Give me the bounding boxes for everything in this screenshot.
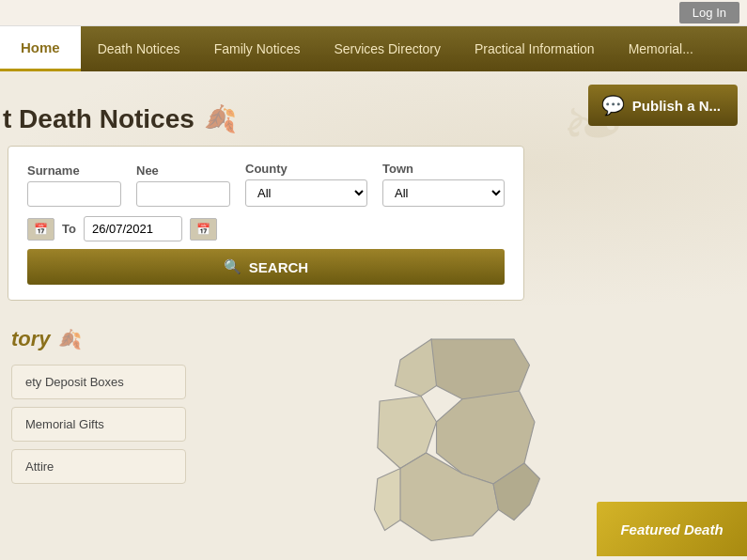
directory-left: tory 🍂 ety Deposit Boxes Memorial Gifts … <box>0 319 197 556</box>
search-form: Surname Nee County All Town <box>8 146 524 301</box>
nav-services-directory[interactable]: Services Directory <box>317 26 458 71</box>
county-label: County <box>245 162 367 176</box>
directory-item-1[interactable]: Memorial Gifts <box>11 407 186 442</box>
to-calendar-btn[interactable]: 📅 <box>190 218 217 241</box>
publish-button[interactable]: 💬 Publish a N... <box>588 85 738 126</box>
chat-icon: 💬 <box>601 94 625 117</box>
surname-label: Surname <box>27 163 121 178</box>
hero-section: ❧ 💬 Publish a N... t Death Notices 🍂 Sur… <box>0 71 747 310</box>
nav-home[interactable]: Home <box>0 26 81 71</box>
map-area: Featured Death <box>197 319 747 556</box>
nee-group: Nee <box>136 163 230 207</box>
date-to-label: To <box>62 222 76 236</box>
nav-memorial[interactable]: Memorial... <box>612 26 710 71</box>
directory-section: tory 🍂 ety Deposit Boxes Memorial Gifts … <box>0 319 747 556</box>
nav-death-notices[interactable]: Death Notices <box>81 26 197 71</box>
from-calendar-btn[interactable]: 📅 <box>27 218 54 241</box>
surname-input[interactable] <box>27 181 121 207</box>
login-button[interactable]: Log In <box>679 2 739 23</box>
town-group: Town All <box>382 162 505 207</box>
search-fields-row: Surname Nee County All Town <box>27 162 505 207</box>
nav-family-notices[interactable]: Family Notices <box>197 26 318 71</box>
town-label: Town <box>382 162 505 176</box>
date-row: 📅 To 📅 <box>27 216 505 241</box>
nav-practical-information[interactable]: Practical Information <box>458 26 612 71</box>
page-title: t Death Notices <box>3 104 195 134</box>
directory-title-area: tory 🍂 <box>11 327 186 351</box>
town-select[interactable]: All <box>382 179 505 207</box>
main-nav: Home Death Notices Family Notices Servic… <box>0 26 747 71</box>
date-to-input[interactable] <box>84 216 182 241</box>
county-group: County All <box>245 162 367 207</box>
featured-death-box[interactable]: Featured Death <box>597 502 747 556</box>
directory-leaf-icon: 🍂 <box>58 328 82 350</box>
nee-input[interactable] <box>136 181 230 207</box>
page-title-area: t Death Notices 🍂 <box>3 103 536 134</box>
featured-death-label: Featured Death <box>620 521 723 537</box>
nee-label: Nee <box>136 163 230 178</box>
directory-item-2[interactable]: Attire <box>11 449 186 484</box>
top-bar: Log In <box>0 0 747 26</box>
directory-item-0[interactable]: ety Deposit Boxes <box>11 365 186 399</box>
search-btn-label: SEARCH <box>249 259 308 275</box>
county-select[interactable]: All <box>245 179 367 207</box>
ireland-map <box>369 329 576 556</box>
directory-title: tory <box>11 327 51 351</box>
left-panel: t Death Notices 🍂 Surname Nee County <box>0 88 536 301</box>
publish-btn-label: Publish a N... <box>632 98 721 114</box>
search-button[interactable]: 🔍 SEARCH <box>27 249 505 285</box>
search-icon: 🔍 <box>224 258 241 275</box>
leaf-icon: 🍂 <box>204 103 237 134</box>
surname-group: Surname <box>27 163 121 207</box>
